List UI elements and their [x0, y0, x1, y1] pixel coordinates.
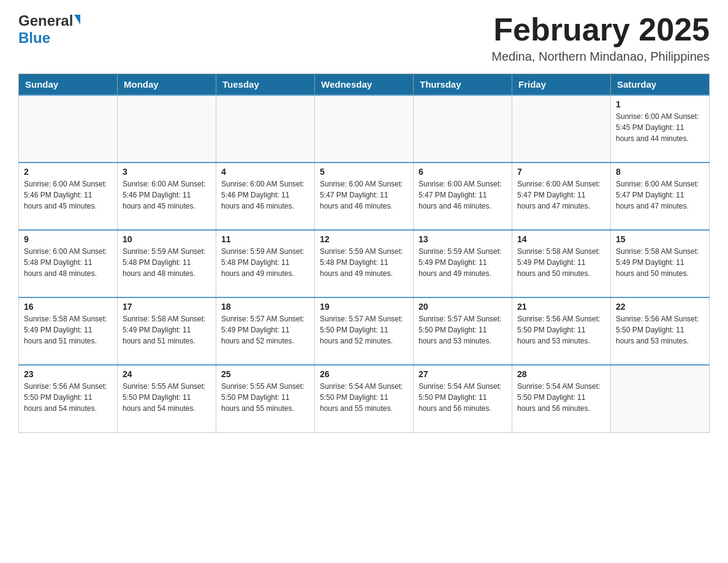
logo-blue: Blue: [18, 29, 50, 47]
col-wednesday: Wednesday: [315, 74, 414, 96]
table-row: 10Sunrise: 5:59 AM Sunset: 5:48 PM Dayli…: [118, 230, 216, 297]
day-number: 9: [24, 234, 112, 244]
table-row: 8Sunrise: 6:00 AM Sunset: 5:47 PM Daylig…: [611, 163, 710, 230]
col-tuesday: Tuesday: [216, 74, 315, 96]
day-number: 22: [616, 302, 704, 312]
table-row: 19Sunrise: 5:57 AM Sunset: 5:50 PM Dayli…: [315, 297, 414, 365]
col-sunday: Sunday: [19, 74, 118, 96]
day-number: 5: [320, 167, 408, 177]
day-number: 24: [123, 369, 211, 379]
table-row: 9Sunrise: 6:00 AM Sunset: 5:48 PM Daylig…: [19, 230, 118, 297]
day-number: 1: [616, 99, 704, 109]
day-number: 2: [24, 167, 112, 177]
day-number: 27: [419, 369, 507, 379]
table-row: [414, 95, 512, 163]
table-row: 18Sunrise: 5:57 AM Sunset: 5:49 PM Dayli…: [216, 297, 315, 365]
day-number: 19: [320, 302, 408, 312]
calendar-table: Sunday Monday Tuesday Wednesday Thursday…: [18, 74, 710, 433]
table-row: 12Sunrise: 5:59 AM Sunset: 5:48 PM Dayli…: [315, 230, 414, 297]
table-row: 27Sunrise: 5:54 AM Sunset: 5:50 PM Dayli…: [414, 365, 512, 432]
day-number: 25: [221, 369, 309, 379]
table-row: [118, 95, 216, 163]
day-info: Sunrise: 6:00 AM Sunset: 5:47 PM Dayligh…: [616, 178, 704, 212]
day-info: Sunrise: 5:54 AM Sunset: 5:50 PM Dayligh…: [419, 381, 507, 414]
day-info: Sunrise: 5:57 AM Sunset: 5:50 PM Dayligh…: [419, 313, 507, 347]
day-info: Sunrise: 6:00 AM Sunset: 5:46 PM Dayligh…: [24, 178, 112, 212]
table-row: 11Sunrise: 5:59 AM Sunset: 5:48 PM Dayli…: [216, 230, 315, 297]
day-number: 7: [517, 167, 605, 177]
day-number: 13: [419, 234, 507, 244]
day-info: Sunrise: 5:57 AM Sunset: 5:50 PM Dayligh…: [320, 313, 408, 347]
calendar-week-row: 1Sunrise: 6:00 AM Sunset: 5:45 PM Daylig…: [19, 95, 710, 163]
day-info: Sunrise: 5:58 AM Sunset: 5:49 PM Dayligh…: [517, 246, 605, 279]
col-monday: Monday: [118, 74, 216, 96]
table-row: 7Sunrise: 6:00 AM Sunset: 5:47 PM Daylig…: [512, 163, 611, 230]
table-row: [611, 365, 710, 432]
title-block: February 2025 Medina, Northern Mindanao,…: [491, 12, 710, 64]
day-number: 17: [123, 302, 211, 312]
day-info: Sunrise: 5:59 AM Sunset: 5:48 PM Dayligh…: [123, 246, 211, 279]
table-row: 28Sunrise: 5:54 AM Sunset: 5:50 PM Dayli…: [512, 365, 611, 432]
table-row: [315, 95, 414, 163]
day-info: Sunrise: 5:58 AM Sunset: 5:49 PM Dayligh…: [24, 313, 112, 347]
day-info: Sunrise: 5:54 AM Sunset: 5:50 PM Dayligh…: [320, 381, 408, 414]
calendar-week-row: 2Sunrise: 6:00 AM Sunset: 5:46 PM Daylig…: [19, 163, 710, 230]
month-title: February 2025: [491, 12, 710, 47]
page-header: General Blue February 2025 Medina, North…: [18, 12, 710, 64]
day-number: 10: [123, 234, 211, 244]
day-info: Sunrise: 5:58 AM Sunset: 5:49 PM Dayligh…: [123, 313, 211, 347]
calendar-week-row: 16Sunrise: 5:58 AM Sunset: 5:49 PM Dayli…: [19, 297, 710, 365]
table-row: 4Sunrise: 6:00 AM Sunset: 5:46 PM Daylig…: [216, 163, 315, 230]
day-number: 6: [419, 167, 507, 177]
day-number: 11: [221, 234, 309, 244]
day-number: 16: [24, 302, 112, 312]
col-friday: Friday: [512, 74, 611, 96]
table-row: 17Sunrise: 5:58 AM Sunset: 5:49 PM Dayli…: [118, 297, 216, 365]
day-number: 28: [517, 369, 605, 379]
table-row: 25Sunrise: 5:55 AM Sunset: 5:50 PM Dayli…: [216, 365, 315, 432]
table-row: 26Sunrise: 5:54 AM Sunset: 5:50 PM Dayli…: [315, 365, 414, 432]
day-info: Sunrise: 6:00 AM Sunset: 5:46 PM Dayligh…: [221, 178, 309, 212]
day-info: Sunrise: 5:59 AM Sunset: 5:48 PM Dayligh…: [320, 246, 408, 279]
table-row: [512, 95, 611, 163]
day-number: 14: [517, 234, 605, 244]
table-row: 1Sunrise: 6:00 AM Sunset: 5:45 PM Daylig…: [611, 95, 710, 163]
day-number: 26: [320, 369, 408, 379]
day-number: 8: [616, 167, 704, 177]
col-saturday: Saturday: [611, 74, 710, 96]
day-info: Sunrise: 5:55 AM Sunset: 5:50 PM Dayligh…: [123, 381, 211, 414]
day-number: 18: [221, 302, 309, 312]
calendar-header-row: Sunday Monday Tuesday Wednesday Thursday…: [19, 74, 710, 96]
day-info: Sunrise: 6:00 AM Sunset: 5:47 PM Dayligh…: [320, 178, 408, 212]
logo-arrow-icon: [74, 15, 80, 25]
day-number: 20: [419, 302, 507, 312]
day-number: 3: [123, 167, 211, 177]
location-title: Medina, Northern Mindanao, Philippines: [491, 50, 710, 64]
table-row: 21Sunrise: 5:56 AM Sunset: 5:50 PM Dayli…: [512, 297, 611, 365]
day-number: 15: [616, 234, 704, 244]
table-row: 15Sunrise: 5:58 AM Sunset: 5:49 PM Dayli…: [611, 230, 710, 297]
day-info: Sunrise: 5:56 AM Sunset: 5:50 PM Dayligh…: [616, 313, 704, 347]
day-info: Sunrise: 5:56 AM Sunset: 5:50 PM Dayligh…: [24, 381, 112, 414]
table-row: 14Sunrise: 5:58 AM Sunset: 5:49 PM Dayli…: [512, 230, 611, 297]
col-thursday: Thursday: [414, 74, 512, 96]
day-info: Sunrise: 5:59 AM Sunset: 5:48 PM Dayligh…: [221, 246, 309, 279]
day-info: Sunrise: 6:00 AM Sunset: 5:46 PM Dayligh…: [123, 178, 211, 212]
table-row: 24Sunrise: 5:55 AM Sunset: 5:50 PM Dayli…: [118, 365, 216, 432]
day-info: Sunrise: 5:54 AM Sunset: 5:50 PM Dayligh…: [517, 381, 605, 414]
table-row: [19, 95, 118, 163]
day-number: 4: [221, 167, 309, 177]
day-info: Sunrise: 5:57 AM Sunset: 5:49 PM Dayligh…: [221, 313, 309, 347]
table-row: 22Sunrise: 5:56 AM Sunset: 5:50 PM Dayli…: [611, 297, 710, 365]
day-info: Sunrise: 6:00 AM Sunset: 5:47 PM Dayligh…: [419, 178, 507, 212]
table-row: 2Sunrise: 6:00 AM Sunset: 5:46 PM Daylig…: [19, 163, 118, 230]
day-info: Sunrise: 5:56 AM Sunset: 5:50 PM Dayligh…: [517, 313, 605, 347]
table-row: 3Sunrise: 6:00 AM Sunset: 5:46 PM Daylig…: [118, 163, 216, 230]
day-info: Sunrise: 6:00 AM Sunset: 5:47 PM Dayligh…: [517, 178, 605, 212]
day-number: 21: [517, 302, 605, 312]
day-info: Sunrise: 5:59 AM Sunset: 5:49 PM Dayligh…: [419, 246, 507, 279]
day-number: 12: [320, 234, 408, 244]
table-row: 20Sunrise: 5:57 AM Sunset: 5:50 PM Dayli…: [414, 297, 512, 365]
day-info: Sunrise: 5:58 AM Sunset: 5:49 PM Dayligh…: [616, 246, 704, 279]
day-number: 23: [24, 369, 112, 379]
